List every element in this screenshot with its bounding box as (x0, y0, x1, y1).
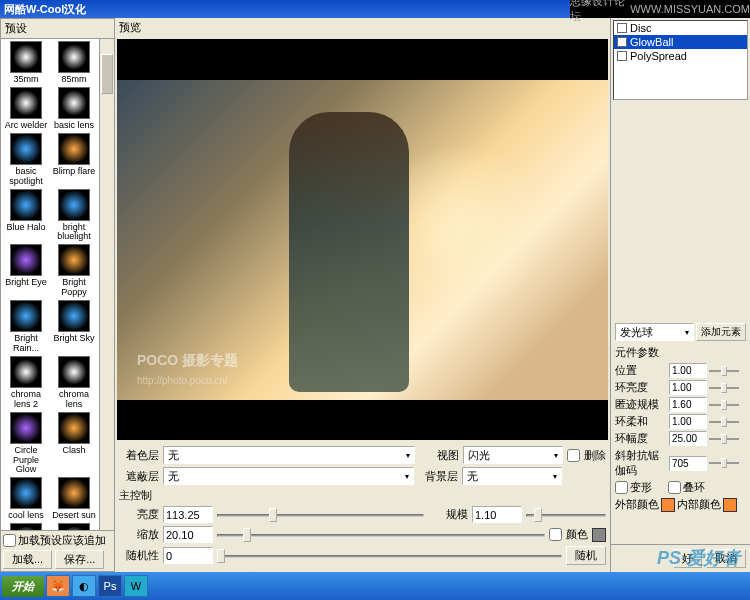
param-slider[interactable] (709, 433, 739, 445)
preview-area[interactable]: POCO 摄影专题 http://photo.poco.cn/ (117, 39, 608, 440)
deform-checkbox[interactable] (615, 481, 628, 494)
presets-footer: 加载预设应该追加 加载... 保存... (1, 530, 114, 571)
element-type-dropdown[interactable]: 发光球 (615, 323, 694, 341)
preset-item[interactable]: basic lens (51, 87, 97, 131)
preset-label: Blimp flare (53, 167, 96, 177)
preset-thumb (10, 244, 42, 276)
param-label: 斜射抗锯伽码 (615, 448, 667, 478)
outer-color-label: 外部颜色 (615, 497, 659, 512)
random-button[interactable]: 随机 (566, 546, 606, 565)
random-slider[interactable] (217, 549, 562, 563)
deform-label: 变形 (630, 480, 652, 495)
task-item-4[interactable]: W (124, 575, 148, 597)
params-panel: 发光球 添加元素 元件参数 位置环亮度匿迹规模环柔和环幅度斜射抗锯伽码 变形 叠… (611, 319, 750, 544)
brightness-input[interactable] (163, 506, 213, 523)
task-item-2[interactable]: ◐ (72, 575, 96, 597)
param-input[interactable] (669, 397, 707, 412)
window-title: 网酷W-Cool汉化 (4, 2, 86, 17)
add-element-button[interactable]: 添加元素 (696, 323, 746, 341)
layer-item[interactable]: Disc (614, 21, 747, 35)
scale-slider[interactable] (526, 508, 606, 522)
preset-item[interactable]: Circle Purple Glow (3, 412, 49, 476)
preset-item[interactable]: Bright Poppy (51, 244, 97, 298)
center-panel: 预览 POCO 摄影专题 http://photo.poco.cn/ 着色层 无… (115, 18, 610, 572)
param-row: 斜射抗锯伽码 (615, 448, 746, 478)
param-label: 环幅度 (615, 431, 667, 446)
zoom-slider[interactable] (217, 528, 545, 542)
inner-color-swatch[interactable] (723, 498, 737, 512)
scrollbar-thumb[interactable] (101, 54, 113, 94)
param-input[interactable] (669, 431, 707, 446)
preset-thumb (58, 412, 90, 444)
view-dropdown[interactable]: 闪光 (463, 446, 563, 464)
preset-item[interactable]: Bright Sky (51, 300, 97, 354)
presets-scrollbar[interactable] (99, 39, 114, 530)
layer-list[interactable]: DiscGlowBallPolySpread (613, 20, 748, 100)
preset-item[interactable]: Blimp flare (51, 133, 97, 187)
layer-visibility-checkbox[interactable] (617, 23, 627, 33)
start-button[interactable]: 开始 (2, 576, 44, 597)
task-item-1[interactable]: 🦊 (46, 575, 70, 597)
preset-item[interactable]: Arc welder (3, 87, 49, 131)
presets-grid[interactable]: 35mm85mmArc welderbasic lensbasic spotli… (1, 39, 99, 530)
param-input[interactable] (669, 456, 707, 471)
tint-dropdown[interactable]: 无 (163, 446, 415, 464)
scale-input[interactable] (472, 506, 522, 523)
load-preset-button[interactable]: 加载... (3, 550, 52, 569)
preset-thumb (58, 189, 90, 221)
ring-checkbox[interactable] (668, 481, 681, 494)
preset-item[interactable]: basic spotlight (3, 133, 49, 187)
preset-label: Arc welder (5, 121, 48, 131)
poco-watermark: POCO 摄影专题 (137, 352, 238, 370)
tint-label: 着色层 (119, 448, 159, 463)
param-slider[interactable] (709, 399, 739, 411)
preset-item[interactable]: chroma lens (51, 356, 97, 410)
preset-thumb (58, 87, 90, 119)
bg-dropdown[interactable]: 无 (462, 467, 562, 485)
outer-color-swatch[interactable] (661, 498, 675, 512)
mask-dropdown[interactable]: 无 (163, 467, 414, 485)
param-label: 环亮度 (615, 380, 667, 395)
layer-item[interactable]: PolySpread (614, 49, 747, 63)
param-input[interactable] (669, 414, 707, 429)
color-checkbox[interactable] (549, 528, 562, 541)
preset-item[interactable]: Blue Halo (3, 189, 49, 243)
preset-item[interactable]: bright bluelight (51, 189, 97, 243)
param-slider[interactable] (709, 457, 739, 469)
presets-header: 预设 (1, 19, 114, 39)
delete-checkbox[interactable] (567, 449, 580, 462)
preset-item[interactable]: diffraction (3, 523, 49, 530)
param-input[interactable] (669, 363, 707, 378)
preset-item[interactable]: Bright Rain... (3, 300, 49, 354)
random-input[interactable] (163, 547, 213, 564)
preset-item[interactable]: 85mm (51, 41, 97, 85)
preset-thumb (58, 356, 90, 388)
ps-watermark: PS·爱好者 (657, 546, 740, 570)
layer-visibility-checkbox[interactable] (617, 37, 627, 47)
param-row: 环柔和 (615, 414, 746, 429)
zoom-input[interactable] (163, 526, 213, 543)
layer-visibility-checkbox[interactable] (617, 51, 627, 61)
preset-thumb (10, 300, 42, 332)
preset-item[interactable]: 35mm (3, 41, 49, 85)
brightness-label: 亮度 (119, 507, 159, 522)
brightness-slider[interactable] (217, 508, 424, 522)
task-item-3[interactable]: Ps (98, 575, 122, 597)
preset-item[interactable]: Desert sun (51, 477, 97, 521)
param-slider[interactable] (709, 382, 739, 394)
append-preset-checkbox[interactable] (3, 534, 16, 547)
param-slider[interactable] (709, 416, 739, 428)
preset-item[interactable]: Bright Eye (3, 244, 49, 298)
param-slider[interactable] (709, 365, 739, 377)
param-input[interactable] (669, 380, 707, 395)
color-swatch[interactable] (592, 528, 606, 542)
preset-item[interactable]: cool lens (3, 477, 49, 521)
preset-item[interactable]: chroma lens 2 (3, 356, 49, 410)
save-preset-button[interactable]: 保存... (55, 550, 104, 569)
param-row: 环幅度 (615, 431, 746, 446)
layer-item[interactable]: GlowBall (614, 35, 747, 49)
param-row: 位置 (615, 363, 746, 378)
preset-item[interactable]: Clash (51, 412, 97, 476)
preset-item[interactable]: diffract... (51, 523, 97, 530)
main-container: 预设 35mm85mmArc welderbasic lensbasic spo… (0, 18, 750, 572)
